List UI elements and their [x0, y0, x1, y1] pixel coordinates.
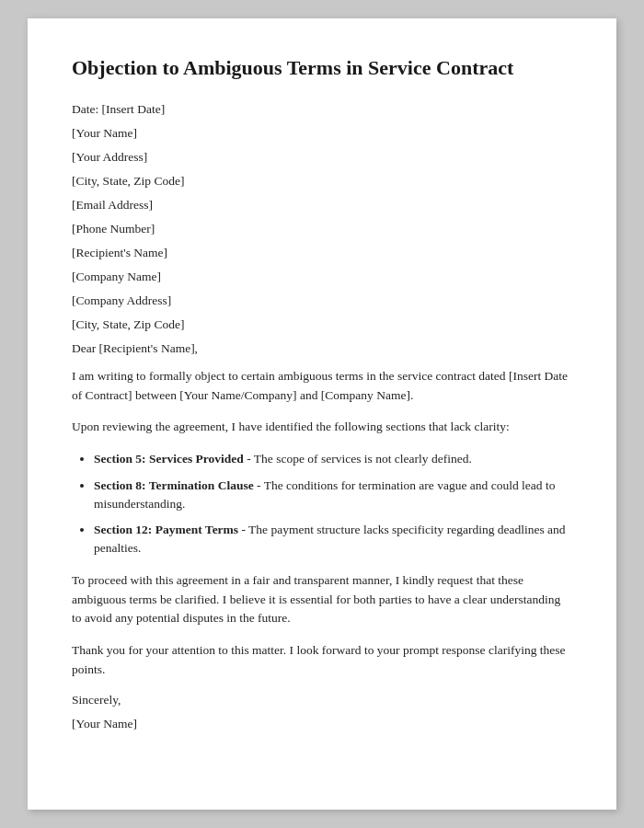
field-line: Date: [Insert Date]: [72, 102, 572, 117]
bullet-item: Section 5: Services Provided - The scope…: [94, 450, 572, 468]
document: Objection to Ambiguous Terms in Service …: [28, 18, 616, 810]
objection-list: Section 5: Services Provided - The scope…: [94, 450, 572, 558]
field-line: [Company Address]: [72, 293, 572, 308]
field-line: [Your Name]: [72, 126, 572, 141]
bullet-item: Section 8: Termination Clause - The cond…: [94, 477, 572, 514]
paragraph: I am writing to formally object to certa…: [72, 367, 572, 406]
field-line: [City, State, Zip Code]: [72, 174, 572, 189]
paragraph: Thank you for your attention to this mat…: [72, 641, 572, 680]
intro-paragraphs: I am writing to formally object to certa…: [72, 367, 572, 438]
field-line: [Email Address]: [72, 198, 572, 213]
closing-salutation: Sincerely,: [72, 693, 572, 707]
salutation: Dear [Recipient's Name],: [72, 341, 572, 356]
field-line: [Phone Number]: [72, 222, 572, 236]
closing-paragraphs: To proceed with this agreement in a fair…: [72, 571, 572, 681]
signature: [Your Name]: [72, 717, 572, 731]
paragraph: To proceed with this agreement in a fair…: [72, 571, 572, 629]
field-line: [Recipient's Name]: [72, 246, 572, 260]
document-title: Objection to Ambiguous Terms in Service …: [72, 55, 572, 82]
field-line: [Company Name]: [72, 270, 572, 284]
sender-recipient-fields: Date: [Insert Date][Your Name][Your Addr…: [72, 102, 572, 332]
paragraph: Upon reviewing the agreement, I have ide…: [72, 418, 572, 437]
field-line: [City, State, Zip Code]: [72, 317, 572, 332]
field-line: [Your Address]: [72, 150, 572, 165]
bullet-item: Section 12: Payment Terms - The payment …: [94, 521, 572, 558]
